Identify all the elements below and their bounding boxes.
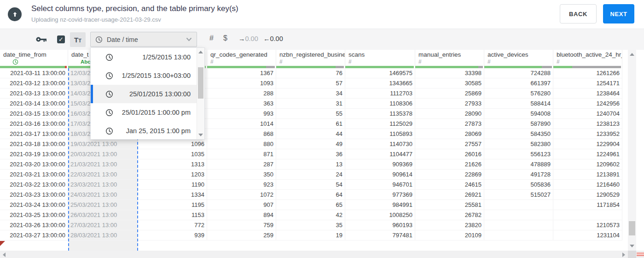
table-cell[interactable]: 287 [207,159,276,169]
table-cell[interactable]: 582380 [484,139,553,149]
table-cell[interactable]: 35 [276,220,345,230]
table-cell[interactable]: 594008 [484,109,553,118]
table-cell[interactable]: 907 [207,200,276,210]
table-cell[interactable]: 724288 [484,68,553,78]
table-cell[interactable]: 1171854 [553,200,622,210]
table-cell[interactable]: 1238123 [553,119,622,129]
table-cell[interactable]: 34 [276,88,345,98]
table-cell[interactable]: 2021-03-13 13:00:00 [0,88,68,98]
table-cell[interactable]: 1254171 [553,78,622,88]
table-cell[interactable]: 1238464 [553,88,622,98]
table-cell[interactable]: 993 [207,109,276,118]
table-cell[interactable]: 1135378 [345,109,415,118]
scroll-left-arrow-icon[interactable] [3,252,6,257]
table-cell[interactable]: 977369 [345,190,415,199]
table-cell[interactable]: 1209602 [553,159,622,169]
table-cell[interactable]: 1216460 [553,180,622,189]
primary-key-icon[interactable] [36,36,47,42]
table-cell[interactable]: 2021-03-26 13:00:00 [0,220,68,230]
table-cell[interactable]: 1093 [207,78,276,88]
menu-scroll-down-icon[interactable] [198,134,203,136]
table-cell[interactable]: 880 [207,139,276,149]
table-cell[interactable]: 1190 [138,180,207,189]
table-cell[interactable]: 1213891 [553,170,622,179]
table-cell[interactable]: 1035 [138,149,207,159]
table-cell[interactable]: 2021-03-24 13:00:00 [0,200,68,210]
table-cell[interactable]: 57 [276,78,345,88]
table-cell[interactable]: 2021-03-14 13:00:00 [0,99,68,108]
table-cell[interactable]: 259 [207,230,276,240]
date-format-option[interactable]: Jan 25, 2015 1:00 pm [91,122,197,140]
table-cell[interactable]: 26782 [415,210,484,220]
column-header-date_time_from[interactable]: date_time_from [0,50,68,68]
column-header-manual_entries[interactable]: manual_entries# [415,50,484,68]
table-cell[interactable]: 1469575 [345,68,415,78]
table-cell[interactable] [484,200,553,210]
table-cell[interactable]: 1313 [138,159,207,169]
table-cell[interactable]: 28069 [415,129,484,139]
table-cell[interactable]: 64 [276,190,345,199]
table-cell[interactable]: 2021-03-27 13:00:00 [0,230,68,240]
table-cell[interactable]: 2021-03-25 13:00:00 [0,210,68,220]
date-format-select[interactable]: Date / time [90,32,197,47]
table-cell[interactable]: 894 [207,210,276,220]
table-cell[interactable]: 759 [207,220,276,230]
table-cell[interactable]: 1290529 [553,190,622,199]
table-cell[interactable]: 31 [276,99,345,108]
table-cell[interactable]: 21/03/2021 13:00 [68,159,138,169]
scroll-up-arrow-icon[interactable] [630,53,634,56]
table-cell[interactable]: 61 [276,119,345,129]
table-cell[interactable]: 1008250 [345,210,415,220]
table-cell[interactable]: 30585 [415,78,484,88]
table-cell[interactable]: 26921 [415,190,484,199]
table-cell[interactable]: 515027 [484,190,553,199]
date-format-option[interactable]: 1/25/2015 13:00+03:00 [91,66,197,85]
column-header-nzbn_registered_busine[interactable]: nzbn_registered_busine# [276,50,345,68]
scroll-right-arrow-icon[interactable] [622,252,625,257]
table-cell[interactable]: 1334 [138,190,207,199]
table-cell[interactable]: 36 [276,149,345,159]
date-format-option[interactable]: 1/25/2015 13:00 [91,48,197,66]
table-cell[interactable]: 923 [207,180,276,189]
table-cell[interactable]: 55 [276,109,345,118]
table-cell[interactable]: 587890 [484,119,553,129]
table-cell[interactable]: 1231104 [553,230,622,240]
column-header-bluetooth_active_24_hr_[interactable]: bluetooth_active_24_hr_# [553,50,622,68]
table-cell[interactable]: 2021-03-21 13:00:00 [0,170,68,179]
table-cell[interactable]: 76 [276,68,345,78]
table-cell[interactable]: 1125029 [345,119,415,129]
table-cell[interactable] [553,210,622,220]
table-cell[interactable]: 20/03/2021 13:00 [68,149,138,159]
menu-scrollbar[interactable] [197,48,204,139]
date-format-option-selected[interactable]: 25/01/2015 13:00:00 [91,85,197,103]
table-cell[interactable]: 1112703 [345,88,415,98]
table-cell[interactable]: 588414 [484,99,553,108]
table-cell[interactable]: 1203 [138,170,207,179]
table-cell[interactable]: 350 [207,170,276,179]
table-cell[interactable]: 288 [207,88,276,98]
table-cell[interactable]: 1233952 [553,129,622,139]
table-cell[interactable]: 25/03/2021 13:00 [68,200,138,210]
table-cell[interactable]: 505836 [484,180,553,189]
table-cell[interactable]: 49 [276,139,345,149]
menu-scrollbar-thumb[interactable] [198,67,203,99]
table-cell[interactable]: 26016 [415,149,484,159]
table-cell[interactable]: 2021-03-11 13:00:00 [0,68,68,78]
table-cell[interactable]: 2021-03-18 13:00:00 [0,139,68,149]
table-cell[interactable]: 772 [138,220,207,230]
vertical-scrollbar[interactable] [628,50,636,251]
table-cell[interactable]: 22869 [415,170,484,179]
table-cell[interactable]: 1096 [138,139,207,149]
column-header-active_devices[interactable]: active_devices# [484,50,553,68]
table-cell[interactable]: 1104477 [345,149,415,159]
table-cell[interactable] [484,220,553,230]
text-type-button[interactable]: TT [70,32,86,47]
menu-scroll-up-icon[interactable] [198,51,203,53]
table-cell[interactable]: 960193 [345,220,415,230]
table-cell[interactable]: 1343665 [345,78,415,88]
table-cell[interactable]: 27557 [415,139,484,149]
table-cell[interactable]: 1153 [138,210,207,220]
table-cell[interactable]: 2021-03-23 13:00:00 [0,190,68,199]
table-cell[interactable]: 65 [276,200,345,210]
table-cell[interactable]: 2021-03-16 13:00:00 [0,119,68,129]
